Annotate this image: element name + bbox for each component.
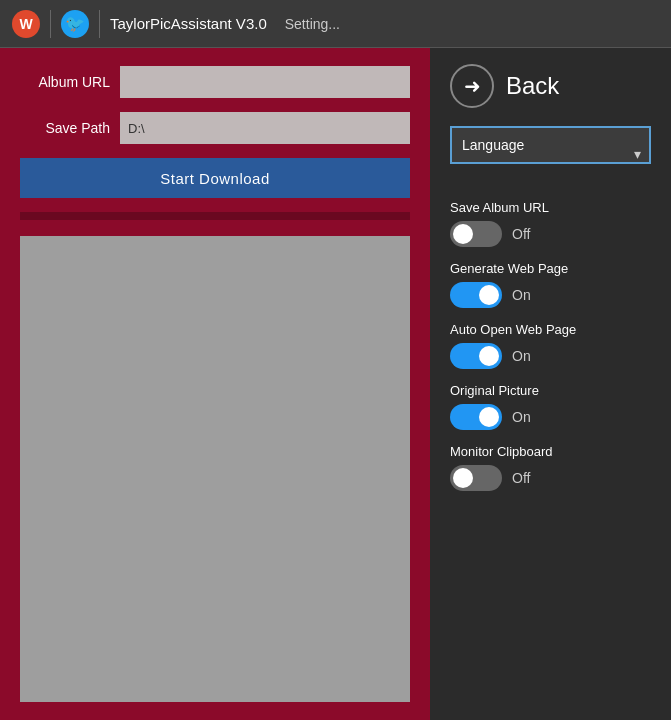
- toggle-row-save_album_url: Off: [450, 221, 651, 247]
- toggle-state-label-original_picture: On: [512, 409, 531, 425]
- toggle-generate_web_page[interactable]: [450, 282, 502, 308]
- toggle-state-label-save_album_url: Off: [512, 226, 530, 242]
- toggle-row-auto_open_web_page: On: [450, 343, 651, 369]
- toggle-row-generate_web_page: On: [450, 282, 651, 308]
- toggle-row-monitor_clipboard: Off: [450, 465, 651, 491]
- toggle-slider-auto_open_web_page: [450, 343, 502, 369]
- toggle-monitor_clipboard[interactable]: [450, 465, 502, 491]
- album-url-row: Album URL: [20, 66, 410, 98]
- left-panel: Album URL Save Path Start Download: [0, 48, 430, 720]
- toggle-auto_open_web_page[interactable]: [450, 343, 502, 369]
- save-path-label: Save Path: [20, 120, 110, 136]
- setting-item-original_picture: Original PictureOn: [450, 383, 651, 430]
- toggle-slider-generate_web_page: [450, 282, 502, 308]
- toggle-state-label-auto_open_web_page: On: [512, 348, 531, 364]
- toggle-slider-monitor_clipboard: [450, 465, 502, 491]
- progress-bar: [20, 212, 410, 220]
- setting-item-generate_web_page: Generate Web PageOn: [450, 261, 651, 308]
- divider-2: [99, 10, 100, 38]
- toggle-row-original_picture: On: [450, 404, 651, 430]
- language-select[interactable]: Language English Chinese: [450, 126, 651, 164]
- setting-title-monitor_clipboard: Monitor Clipboard: [450, 444, 651, 459]
- setting-title-auto_open_web_page: Auto Open Web Page: [450, 322, 651, 337]
- toggle-state-label-monitor_clipboard: Off: [512, 470, 530, 486]
- toggle-slider-original_picture: [450, 404, 502, 430]
- setting-title-original_picture: Original Picture: [450, 383, 651, 398]
- toggle-slider-save_album_url: [450, 221, 502, 247]
- main-area: Album URL Save Path Start Download ➜ Bac…: [0, 48, 671, 720]
- back-arrow-icon: ➜: [450, 64, 494, 108]
- setting-title-generate_web_page: Generate Web Page: [450, 261, 651, 276]
- toggle-save_album_url[interactable]: [450, 221, 502, 247]
- save-path-input[interactable]: [120, 112, 410, 144]
- setting-item-auto_open_web_page: Auto Open Web PageOn: [450, 322, 651, 369]
- setting-item-save_album_url: Save Album URLOff: [450, 200, 651, 247]
- right-panel: ➜ Back Language English Chinese Save Alb…: [430, 48, 671, 720]
- setting-title-save_album_url: Save Album URL: [450, 200, 651, 215]
- save-path-row: Save Path: [20, 112, 410, 144]
- settings-container: Save Album URLOffGenerate Web PageOnAuto…: [450, 200, 651, 505]
- back-label: Back: [506, 72, 559, 100]
- image-area: [20, 236, 410, 702]
- language-select-wrapper[interactable]: Language English Chinese: [450, 126, 651, 182]
- start-download-button[interactable]: Start Download: [20, 158, 410, 198]
- album-url-label: Album URL: [20, 74, 110, 90]
- twitter-icon[interactable]: 🐦: [61, 10, 89, 38]
- titlebar: W 🐦 TaylorPicAssistant V3.0 Setting...: [0, 0, 671, 48]
- setting-item-monitor_clipboard: Monitor ClipboardOff: [450, 444, 651, 491]
- weibo-icon[interactable]: W: [12, 10, 40, 38]
- toggle-original_picture[interactable]: [450, 404, 502, 430]
- toggle-state-label-generate_web_page: On: [512, 287, 531, 303]
- back-button[interactable]: ➜ Back: [450, 64, 651, 108]
- app-title: TaylorPicAssistant V3.0: [110, 15, 267, 32]
- divider-1: [50, 10, 51, 38]
- album-url-input[interactable]: [120, 66, 410, 98]
- settings-label[interactable]: Setting...: [285, 16, 340, 32]
